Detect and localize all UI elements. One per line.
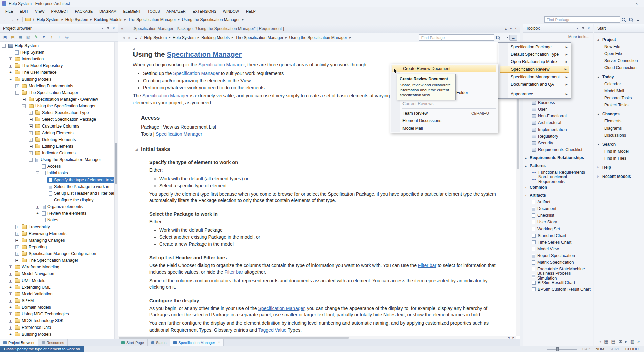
doc-link[interactable]: Tagged Value [258, 327, 287, 333]
add-package-icon[interactable]: ▤ [9, 34, 16, 41]
zoom-slider[interactable] [547, 349, 577, 350]
tree-item[interactable]: +Extending UML [0, 284, 114, 291]
toolbox-item-security[interactable]: Security [523, 140, 591, 146]
sort-icon[interactable]: ▾ [40, 34, 47, 41]
zoom-slider-thumb[interactable] [556, 347, 559, 351]
publish-icon[interactable]: ✉ [619, 339, 622, 344]
close-panel-icon[interactable]: × [588, 27, 590, 30]
tab-project-browser[interactable]: Project Browser [0, 339, 38, 346]
menu-item-documentation-and-qa[interactable]: Documentation and QA▶ [499, 81, 570, 88]
scroll-up-icon[interactable]: ▴ [505, 27, 507, 30]
tree-item[interactable]: +Reference Data [0, 324, 114, 331]
tree-item[interactable]: −Using the Specification Manager [0, 156, 114, 163]
doc-link[interactable]: Specification Manager [142, 93, 189, 98]
expand-icon[interactable]: + [15, 252, 19, 256]
expand-icon[interactable]: + [29, 151, 33, 155]
status-toggle-scrl[interactable]: SCRL [609, 347, 620, 351]
expand-icon[interactable]: + [29, 118, 33, 121]
expand-icon[interactable]: + [9, 64, 12, 68]
start-item-find-in-files[interactable]: Find in Files [594, 155, 644, 162]
tree-item[interactable]: +The User Interface [0, 69, 114, 76]
history-dropdown-icon[interactable]: ▾ [15, 18, 21, 21]
menu-analyzer[interactable]: ANALYZER [163, 9, 189, 13]
toolbox-item-time-series-chart[interactable]: Time Series Chart [523, 239, 591, 246]
close-document-icon[interactable]: × [515, 27, 517, 30]
list-view-dropdown[interactable]: ▾ [502, 36, 509, 39]
tree-item[interactable]: +Traceability [0, 223, 114, 230]
close-panel-icon[interactable]: × [113, 27, 115, 30]
start-item-server-connection[interactable]: Server Connection [594, 57, 644, 64]
doc-up-icon[interactable]: ▴ [133, 36, 139, 39]
move-down-icon[interactable]: ↓ [56, 34, 63, 41]
expand-icon[interactable]: + [29, 124, 33, 128]
menu-item-specification-review[interactable]: Specification Review▶ [500, 66, 569, 73]
doc-link[interactable]: Filter bar [224, 269, 243, 275]
tree-item[interactable]: Select the Package to work in [0, 183, 114, 190]
close-window-button[interactable]: × [631, 0, 642, 7]
expand-icon[interactable]: + [9, 292, 12, 296]
tab-specification-manager[interactable]: Specification Manager× [170, 339, 224, 346]
toolbox-item-user[interactable]: User [523, 106, 591, 113]
start-section-project[interactable]: ◢Project [594, 36, 644, 43]
toolbox-group-requirements-relationships[interactable]: ▲Requirements Relationships [523, 154, 591, 161]
tree-item[interactable]: +SPEM [0, 297, 114, 304]
build-icon[interactable]: ▥ [630, 339, 634, 344]
menu-item-default-specification-type[interactable]: Default Specification Type▶ [499, 51, 570, 58]
more-tools-link[interactable]: More tools... [568, 35, 589, 39]
doc-link[interactable]: Filter bar [418, 263, 436, 268]
breadcrumb-item[interactable]: Help System [143, 35, 168, 40]
tree-item[interactable]: +Review the elements [0, 210, 114, 217]
expand-icon[interactable]: + [9, 333, 12, 336]
start-section-help[interactable]: ▷Help [594, 164, 644, 171]
breadcrumb-item[interactable]: Using the Specification Manager [288, 35, 348, 40]
status-toggle-cap[interactable]: CAP [582, 347, 590, 351]
start-item-calendar[interactable]: Calendar [594, 80, 644, 87]
document-horizontal-scrollbar[interactable]: ◀ ▶ [118, 336, 516, 339]
menu-item-specification-management[interactable]: Specification Management▶ [499, 73, 570, 81]
menu-item-open-relationship-matrix[interactable]: Open Relationship Matrix▶ [499, 58, 570, 65]
toolbox-item-requirements-checklist[interactable]: Requirements Checklist [523, 146, 591, 153]
tree-item[interactable]: +Modeling Fundamentals [0, 83, 114, 89]
tree-item[interactable]: −Building Models [0, 76, 114, 83]
doc-menu-hamburger-icon[interactable]: ≡ [509, 35, 517, 41]
collapse-section-icon[interactable]: ◢ [135, 148, 138, 151]
tree-item[interactable]: +Select Specification Type [0, 109, 114, 116]
collapse-pane-icon[interactable]: « [121, 26, 123, 31]
pin-icon[interactable] [106, 26, 110, 31]
start-section-changes[interactable]: ◢Changes [594, 111, 644, 117]
tab-resources[interactable]: Resources [38, 339, 68, 346]
start-item-open-file[interactable]: Open File [594, 50, 644, 57]
menu-file[interactable]: FILE [2, 9, 16, 13]
menu-help[interactable]: HELP [243, 9, 259, 13]
tree-item[interactable]: +Editing Elements [0, 143, 114, 150]
scroll-right-icon[interactable]: ▶ [511, 336, 516, 339]
help-icon[interactable]: ◎ [63, 34, 70, 41]
add-diagram-icon[interactable]: ▦ [17, 34, 24, 41]
tree-item[interactable]: +Introduction [0, 56, 114, 62]
tree-scrollbar[interactable] [114, 42, 118, 339]
home-icon[interactable]: ⌂ [598, 339, 601, 344]
scrollbar-thumb[interactable] [115, 143, 117, 184]
menu-window[interactable]: WINDOW [220, 9, 243, 13]
tree-item[interactable]: Configure the display [0, 197, 114, 203]
scroll-left-icon[interactable]: ◀ [506, 336, 511, 339]
tree-item[interactable]: +Reporting [0, 244, 114, 250]
tree-item[interactable]: +Specification Manager Configuration [0, 250, 114, 257]
breadcrumb-item[interactable]: The Specification Manager [127, 17, 177, 22]
toolbox-item-report-specification[interactable]: Report Specification [523, 252, 591, 259]
tree-item[interactable]: −The Specification Manager [0, 89, 114, 96]
breadcrumb-item[interactable]: Help System [64, 17, 90, 22]
expand-icon[interactable]: + [15, 232, 19, 236]
expand-icon[interactable]: + [22, 98, 26, 101]
window-list-icon[interactable]: ▾ [510, 27, 512, 30]
menu-item-model-mail[interactable]: Model Mail [391, 124, 497, 132]
doc-link[interactable]: Specification Manager [156, 131, 202, 137]
doc-link[interactable]: Specification Manager [258, 306, 305, 311]
expand-icon[interactable]: + [9, 319, 12, 323]
move-up-icon[interactable]: ↑ [48, 34, 55, 41]
toolbox-item-business[interactable]: Business [523, 99, 591, 106]
panel-menu-chevron-icon[interactable]: ▾ [101, 27, 103, 30]
menu-item-specification-package[interactable]: Specification Package▶ [499, 43, 570, 51]
breadcrumb-item[interactable]: Help System [35, 17, 61, 22]
close-tab-icon[interactable]: × [218, 341, 220, 344]
